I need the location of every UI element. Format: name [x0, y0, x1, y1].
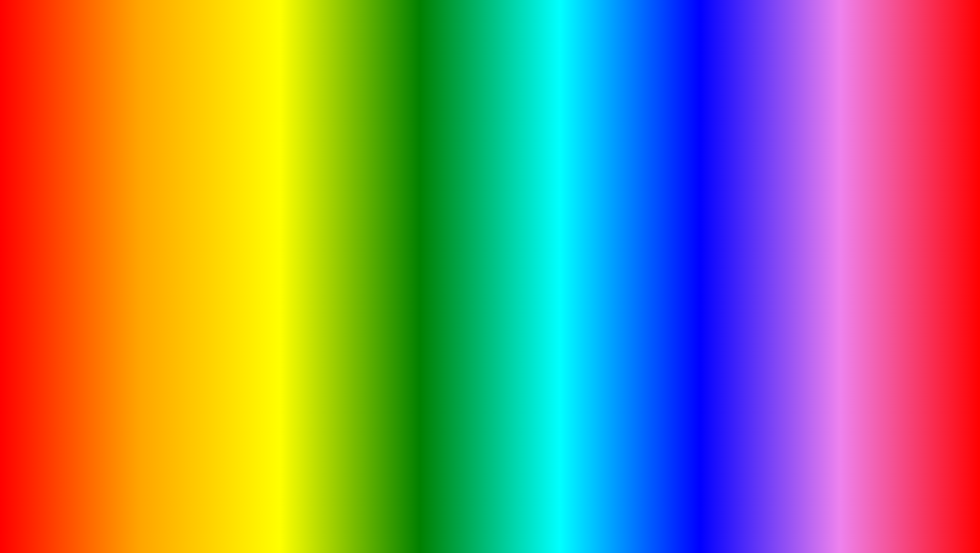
rainbow-border — [0, 0, 980, 553]
